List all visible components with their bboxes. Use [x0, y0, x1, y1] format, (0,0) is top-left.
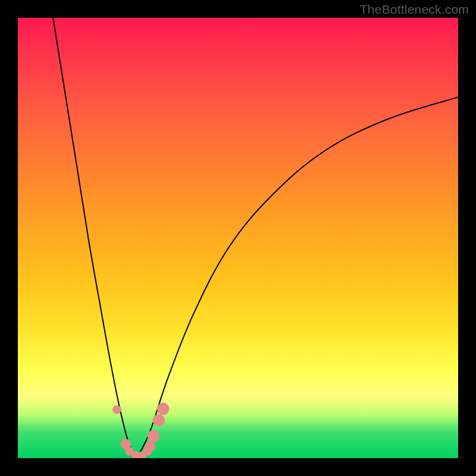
- data-marker: [157, 403, 170, 415]
- curve-left-branch: [53, 18, 137, 458]
- curve-right-branch: [137, 97, 458, 458]
- data-marker: [148, 430, 160, 443]
- data-marker: [152, 414, 165, 427]
- data-marker: [145, 441, 155, 452]
- plot-area: [18, 18, 458, 458]
- watermark-text: TheBottleneck.com: [360, 2, 469, 17]
- data-marker: [112, 405, 121, 414]
- bottleneck-curve-svg: [18, 18, 458, 458]
